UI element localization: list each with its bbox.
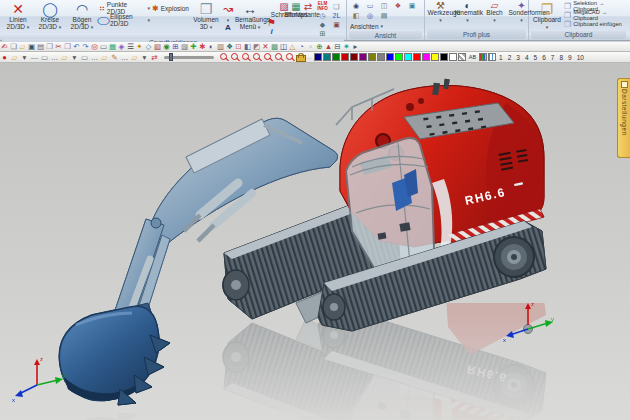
variante-icon[interactable]: ⇄: [304, 3, 312, 11]
toolbar-icon[interactable]: ▾: [70, 53, 79, 62]
toolbar-icon[interactable]: ◫: [279, 42, 288, 51]
font-style-icon[interactable]: AB: [467, 53, 478, 62]
toolbar-icon[interactable]: ❐: [63, 42, 72, 51]
toolbar-icon[interactable]: ▫: [306, 42, 315, 51]
browse-ellipsis[interactable]: …: [305, 54, 313, 60]
color-swatch[interactable]: [314, 53, 322, 61]
toolbar-icon[interactable]: ✱: [198, 42, 207, 51]
linien-button[interactable]: ✕ Linien 2D/3D ▾: [3, 2, 33, 30]
toolbar-icon[interactable]: ▩: [270, 42, 279, 51]
toolbar-icon[interactable]: ❏: [9, 42, 18, 51]
toolbar-icon[interactable]: ⇄: [150, 53, 159, 62]
bitmaps-icon[interactable]: ▦: [291, 3, 300, 11]
toolbar-icon[interactable]: …: [90, 53, 99, 62]
toolbar-icon[interactable]: …: [50, 53, 59, 62]
layer-number-button[interactable]: 3: [514, 54, 522, 61]
toolbar-icon[interactable]: —: [30, 53, 39, 62]
view-icon[interactable]: ◧: [350, 12, 362, 20]
layer-number-button[interactable]: 6: [540, 54, 548, 61]
layer-number-button[interactable]: 2: [506, 54, 514, 61]
pin-icon[interactable]: ⚑: [267, 18, 276, 27]
toolbar-icon[interactable]: ●: [0, 53, 9, 62]
toolbar-icon[interactable]: ▸: [351, 42, 360, 51]
ansichten-button[interactable]: Ansichten▾: [350, 22, 383, 30]
layer-number-button[interactable]: 9: [566, 54, 574, 61]
info-icon[interactable]: i: [270, 27, 272, 36]
color-swatch[interactable]: [431, 53, 439, 61]
ribbon-small-icon[interactable]: ⊞: [320, 30, 326, 38]
explosion-button[interactable]: ✱ Explosion: [152, 2, 189, 14]
darstellungen-flyout-tab[interactable]: Darstellungen: [617, 78, 630, 158]
toolbar-icon[interactable]: ▤: [36, 42, 45, 51]
toolbar-icon[interactable]: ❐: [45, 42, 54, 51]
color-swatch[interactable]: [323, 53, 331, 61]
layer-number-button[interactable]: 7: [549, 54, 557, 61]
magnifier-zoom-icon[interactable]: [219, 52, 229, 62]
text-tool-icon[interactable]: A: [225, 23, 231, 32]
line-style-icon[interactable]: [488, 53, 496, 61]
toolbar-icon[interactable]: ◇: [144, 42, 153, 51]
kreise-button[interactable]: ◯ Kreise 2D/3D ▾: [35, 2, 65, 30]
color-swatch[interactable]: [395, 53, 403, 61]
color-swatch[interactable]: [377, 53, 385, 61]
toolbar-icon[interactable]: …: [120, 53, 129, 62]
toolbar-icon[interactable]: ⊡: [234, 42, 243, 51]
view-icon[interactable]: ◎: [364, 12, 376, 20]
layer-number-button[interactable]: 10: [575, 54, 586, 61]
toolbar-icon[interactable]: ☰: [126, 42, 135, 51]
profi-tool-button[interactable]: ▱ Blech ▾: [482, 2, 507, 23]
toolbar-icon[interactable]: ⊞: [171, 42, 180, 51]
color-swatch[interactable]: [332, 53, 340, 61]
clipboard-action-button[interactable]: ❐ Clipboard einfügen: [564, 20, 625, 28]
color-palette-icon[interactable]: [479, 53, 487, 61]
view-icon[interactable]: ▭: [364, 2, 376, 10]
schraffur-icon[interactable]: ▨: [279, 3, 288, 11]
layer-number-button[interactable]: 1: [497, 54, 505, 61]
view-icon[interactable]: ❖: [392, 2, 404, 10]
toolbar-icon[interactable]: ◧: [243, 42, 252, 51]
color-swatch[interactable]: [422, 53, 430, 61]
color-swatch[interactable]: [413, 53, 421, 61]
ribbon-small-icon[interactable]: ▣: [333, 21, 340, 29]
layer-number-button[interactable]: 5: [532, 54, 540, 61]
boegen-button[interactable]: ◠ Bögen 2D/3D ▾: [67, 2, 97, 30]
color-swatch[interactable]: [440, 53, 448, 61]
magnifier-zoom-icon[interactable]: [285, 52, 295, 62]
ellipsen-button[interactable]: ◯ Ellipsen 2D/3D▾: [99, 14, 150, 26]
color-swatch[interactable]: [386, 53, 394, 61]
toolbar-icon[interactable]: ✚: [189, 42, 198, 51]
color-swatch[interactable]: [449, 53, 457, 61]
clipboard-action-button[interactable]: ❐ MegaCAD → Clipboard: [564, 11, 625, 19]
toolbar-icon[interactable]: ✍: [0, 42, 9, 51]
toolbar-icon[interactable]: ↶: [72, 42, 81, 51]
toolbar-icon[interactable]: ▥: [216, 42, 225, 51]
view-icon[interactable]: ▣: [406, 2, 418, 10]
viewport[interactable]: RH6.6: [0, 63, 630, 420]
layer-number-button[interactable]: 8: [557, 54, 565, 61]
ribbon-small-icon[interactable]: 2L: [333, 12, 341, 20]
toolbar-icon[interactable]: ▾: [140, 53, 149, 62]
ribbon-small-icon[interactable]: ❏: [333, 3, 339, 11]
toolbar-icon[interactable]: ▲: [324, 42, 333, 51]
view-icon[interactable]: ▤: [378, 12, 390, 20]
profi-tool-button[interactable]: ⚒ Werkzeuge ▾: [428, 2, 453, 23]
clipboard-button[interactable]: ❐ Clipboard ▾: [532, 2, 562, 30]
toolbar-icon[interactable]: ▭: [99, 42, 108, 51]
color-swatch[interactable]: [350, 53, 358, 61]
view-icon[interactable]: ◫: [378, 2, 390, 10]
toolbar-icon[interactable]: ▭: [80, 53, 89, 62]
profi-tool-button[interactable]: ◐ Kinematik ▾: [455, 2, 480, 23]
toolbar-icon[interactable]: ◎: [90, 42, 99, 51]
toolbar-icon[interactable]: ▭: [40, 53, 49, 62]
viewport-canvas[interactable]: RH6.6: [0, 63, 630, 420]
bemassung-button[interactable]: ↔ Bemaßungs Menü ▾: [235, 2, 265, 30]
lock-icon[interactable]: [296, 53, 304, 62]
toolbar-icon[interactable]: ▾: [20, 53, 29, 62]
magnifier-zoom-icon[interactable]: [263, 52, 273, 62]
toolbar-icon[interactable]: ▱: [18, 42, 27, 51]
toolbar-icon[interactable]: ▱: [130, 53, 139, 62]
toolbar-icon[interactable]: ▱: [10, 53, 19, 62]
ribbon-small-icon[interactable]: ◷: [319, 12, 325, 20]
toolbar-icon[interactable]: ⊟: [333, 42, 342, 51]
ribbon-small-icon[interactable]: ◆: [320, 21, 325, 29]
